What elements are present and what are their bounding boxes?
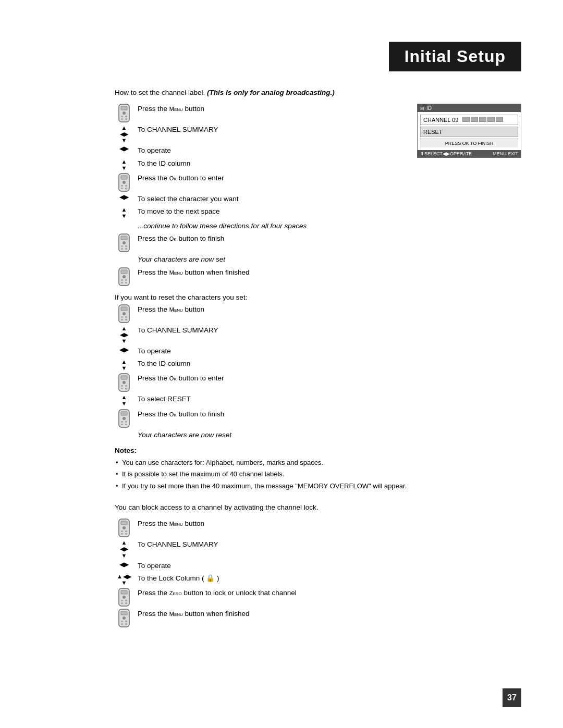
svg-rect-1 — [121, 106, 127, 110]
svg-rect-5 — [121, 118, 123, 120]
step-continue: ...continue to follow these directions f… — [115, 221, 408, 231]
notes-list: You can use characters for: Alphabet, nu… — [115, 458, 521, 491]
screen-nav: ⬆SELECT◀▶OPERATE MENU EXIT — [418, 150, 521, 157]
block-2 — [471, 117, 478, 122]
intro-italic: (This is only for analog broadcasting.) — [207, 89, 335, 96]
remote-icon-9 — [115, 588, 133, 607]
svg-rect-6 — [125, 118, 127, 120]
svg-rect-64 — [121, 611, 127, 615]
step-ok-finish: Press the Ok button to finish — [115, 233, 408, 252]
screen-reset-row: RESET — [420, 127, 518, 137]
svg-rect-19 — [121, 248, 123, 250]
step-lock-channel-summary: ▲ ◀▶ ▼ To CHANNEL SUMMARY — [115, 539, 521, 558]
arrows-ud-lr-combined-icon: ▲◀▶ ▼ — [115, 573, 133, 586]
arrows-ud-icon3: ▲▼ — [115, 359, 133, 371]
step-text-continue: ...continue to follow these directions f… — [138, 221, 408, 231]
step-menu-finish1: Press the Menu button when finished — [115, 267, 408, 286]
block-4 — [487, 117, 495, 122]
step-text-lock-column: To the Lock Column ( 🔒 ) — [138, 573, 521, 584]
note-item-1: You can use characters for: Alphabet, nu… — [115, 458, 521, 468]
block-3 — [479, 117, 486, 122]
svg-rect-4 — [125, 116, 127, 117]
svg-rect-26 — [121, 282, 123, 283]
svg-rect-61 — [121, 602, 123, 604]
svg-point-58 — [123, 596, 126, 599]
remote-icon-3 — [115, 233, 133, 252]
svg-rect-46 — [125, 421, 127, 423]
svg-rect-57 — [121, 590, 127, 594]
svg-point-65 — [123, 616, 126, 620]
page-title: Initial Setup — [389, 42, 521, 71]
svg-point-37 — [123, 381, 126, 384]
svg-rect-45 — [121, 421, 123, 423]
svg-rect-36 — [121, 376, 127, 379]
arrows-lr-icon1: ◀▶ — [115, 145, 133, 152]
remote-icon-1 — [115, 104, 133, 122]
svg-rect-17 — [121, 245, 123, 247]
step-id-column1: ▲▼ To the ID column — [115, 158, 408, 171]
step-reset-chars-now-reset: Your characters are now reset — [115, 430, 521, 440]
step-text-lock-menu-finish: Press the Menu button when finished — [138, 609, 521, 619]
step-text-operate1: To operate — [138, 145, 408, 156]
title-text: Initial Setup — [405, 47, 506, 66]
page-number: 37 — [503, 688, 521, 707]
step-text-reset-ok-finish: Press the Ok button to finish — [138, 409, 521, 419]
svg-rect-29 — [121, 307, 127, 311]
svg-point-51 — [123, 526, 126, 529]
screen-channel-label: CHANNEL 09 — [423, 117, 458, 123]
steps-column: Press the Menu button ▲ ◀▶ ▼ To CHANNEL … — [115, 104, 408, 288]
channel-blocks — [462, 117, 503, 122]
svg-rect-41 — [125, 388, 127, 389]
screen-body: CHANNEL 09 RESET — [418, 112, 521, 150]
svg-rect-38 — [121, 385, 123, 387]
screen-header-text: ID — [426, 105, 432, 111]
step-lock-zero: Press the Zero button to lock or unlock … — [115, 588, 521, 607]
step-text-chars-set: Your characters are now set — [138, 254, 408, 265]
step-text-menu1: Press the Menu button — [138, 104, 408, 114]
step-reset-select-reset: ▲▼ To select RESET — [115, 394, 521, 406]
step-text-ok-finish1: Press the Ok button to finish — [138, 233, 408, 244]
screen-box: ⊞ ID CHANNEL 09 — [417, 104, 521, 158]
svg-rect-20 — [125, 248, 127, 250]
step-text-channel-summary1: To CHANNEL SUMMARY — [138, 125, 408, 135]
remote-icon-5 — [115, 304, 133, 323]
arrows-ud-icon2: ▲▼ — [115, 206, 133, 219]
svg-rect-33 — [121, 319, 123, 320]
svg-rect-10 — [121, 185, 123, 187]
svg-rect-47 — [121, 424, 123, 425]
step-text-reset-operate: To operate — [138, 346, 521, 356]
svg-rect-43 — [121, 412, 127, 415]
step-text-reset-id-column: To the ID column — [138, 359, 521, 369]
svg-rect-66 — [121, 621, 123, 622]
svg-rect-52 — [121, 530, 123, 532]
step-text-reset-menu: Press the Menu button — [138, 304, 521, 315]
screen-reset-label: RESET — [423, 129, 443, 135]
svg-rect-62 — [125, 602, 127, 604]
arrows-ud-icon1: ▲▼ — [115, 158, 133, 171]
svg-point-16 — [123, 241, 126, 244]
svg-point-23 — [123, 275, 126, 278]
step-text-select-char: To select the character you want — [138, 194, 408, 204]
svg-rect-3 — [121, 116, 123, 117]
svg-rect-22 — [121, 270, 127, 274]
block-5 — [496, 117, 503, 122]
step-select-char: ◀▶ To select the character you want — [115, 194, 408, 204]
svg-rect-67 — [125, 621, 127, 622]
svg-rect-12 — [121, 188, 123, 189]
notes-title: Notes: — [115, 447, 521, 454]
screen-mockup: ⊞ ID CHANNEL 09 — [417, 104, 521, 288]
step-text-next-space: To move to the next space — [138, 206, 408, 217]
svg-rect-24 — [121, 279, 123, 281]
step-operate1: ◀▶ To operate — [115, 145, 408, 156]
svg-rect-50 — [121, 521, 127, 525]
set-label-section: Press the Menu button ▲ ◀▶ ▼ To CHANNEL … — [115, 104, 521, 288]
reset-steps: Press the Menu button ▲ ◀▶ ▼ To CHANNEL … — [115, 304, 521, 440]
note-item-2: It is possible to set the maximum of 40 … — [115, 469, 521, 479]
remote-icon-8 — [115, 519, 133, 537]
step-text-reset-channel-summary: To CHANNEL SUMMARY — [138, 325, 521, 336]
step-text-reset-select-reset: To select RESET — [138, 394, 521, 404]
svg-rect-31 — [121, 316, 123, 318]
step-reset-menu: Press the Menu button — [115, 304, 521, 323]
arrows-ud-lr-icon2: ▲ ◀▶ ▼ — [115, 325, 133, 344]
screen-nav-left: ⬆SELECT◀▶OPERATE — [420, 151, 472, 156]
